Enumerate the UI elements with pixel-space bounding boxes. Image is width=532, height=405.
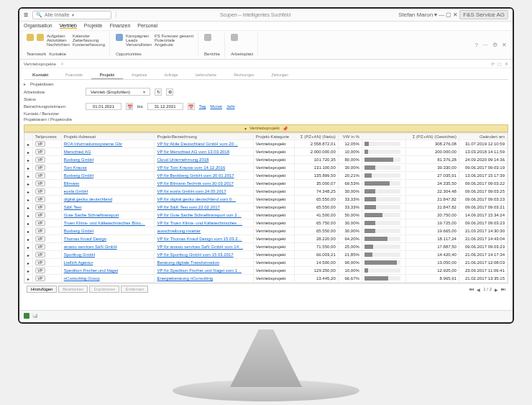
cell-adressat[interactable]: Sportbug GmbH <box>61 251 155 259</box>
menu-organisation[interactable]: Organisation <box>24 23 52 29</box>
close-icon[interactable]: ✕ <box>453 12 458 18</box>
cell-bezeichnung[interactable]: VP für Beckberg GmbH vom 20.01.2017 <box>155 172 253 180</box>
table-row[interactable]: ▸VPBoxberg GmbHausschreibung inverterVer… <box>25 227 508 235</box>
pager-last-icon[interactable]: ⏭ <box>501 287 505 291</box>
gear-icon[interactable]: ⚙ <box>166 88 173 96</box>
date-from[interactable]: 01.01.2021 <box>86 103 121 110</box>
row-expand[interactable]: ▸ <box>25 140 33 148</box>
cell-bezeichnung[interactable]: VP für Merschied AG vom 13.03.2018 <box>155 148 253 156</box>
cell-adressat[interactable]: Liellich Agentur <box>61 259 155 267</box>
cell-adressat[interactable]: anasto services SaN GmbH <box>61 243 155 251</box>
add-button[interactable]: Hinzufügen <box>27 286 57 293</box>
row-expand[interactable]: ▸ <box>25 164 33 172</box>
help-icon[interactable]: ? <box>475 42 478 48</box>
row-expand[interactable]: ▸ <box>25 156 33 164</box>
table-row[interactable]: ▸VPTroen Klima- und Kältetechnisches Bür… <box>25 219 508 227</box>
cell-bezeichnung[interactable]: VP für Gute Sache Schnelltransport von 2… <box>155 211 253 219</box>
search-scope[interactable]: Alle Inhalte <box>45 12 70 17</box>
cell-bezeichnung[interactable]: Energieberatung nConsulting <box>155 275 253 283</box>
col-teilprozess[interactable]: Teilprozess <box>32 134 61 140</box>
cell-bezeichnung[interactable]: VP für Sportbug GmbH vom 15.03.2017 <box>155 251 253 259</box>
ribbon-kostenerfassung[interactable]: Kostenerfassung <box>73 42 105 47</box>
cell-adressat[interactable]: digital gecko deutschland <box>61 196 155 204</box>
cell-bezeichnung[interactable]: VP für Abile Deutschland GmbH vom 20… <box>155 140 253 148</box>
app-menu-icon[interactable]: ☰ <box>24 12 28 18</box>
cell-adressat[interactable]: Thomas Knauf Design <box>61 235 155 243</box>
company-badge[interactable]: F&S Service AG <box>459 10 508 19</box>
table-row[interactable]: ▸VPMerschied AGVP für Merschied AG vom 1… <box>25 148 508 156</box>
minimize-icon[interactable]: — <box>439 12 444 18</box>
table-row[interactable]: ▸VPSportbug GmbHVP für Sportbug GmbH vom… <box>25 251 508 259</box>
table-row[interactable]: ▸VPROA Informationssysteme GbrVP für Abi… <box>25 140 508 148</box>
subtab-angebote[interactable]: Angebote <box>123 71 155 79</box>
col-bezeichnung[interactable]: Projekt-Bezeichnung <box>155 134 253 140</box>
cell-adressat[interactable]: Tom Krause <box>61 164 155 172</box>
row-expand[interactable]: ▸ <box>25 219 33 227</box>
col-vw[interactable]: VW in % <box>338 134 362 140</box>
pin-icon[interactable]: 📌 <box>283 126 288 131</box>
tab-kontakt[interactable]: Kontakt <box>24 71 57 79</box>
subtab-zahlungen[interactable]: Zahlungen <box>262 71 297 79</box>
tab-projekt[interactable]: Projekt <box>91 71 123 79</box>
subtab-lieferscheine[interactable]: Lieferscheine <box>186 71 225 79</box>
cell-bezeichnung[interactable]: VP für Tom Krause vom 14.12.2016 <box>155 164 253 172</box>
row-expand[interactable]: ▸ <box>25 204 33 211</box>
menu-projekte[interactable]: Projekte <box>84 23 103 29</box>
col-netto[interactable]: Σ (PZ+AN) (Netto) <box>295 134 338 140</box>
table-row[interactable]: ▸VPBoxberg GmbHVP für Beckberg GmbH vom … <box>25 172 508 180</box>
maximize-view-icon[interactable]: ▢ <box>497 61 502 66</box>
menu-personal[interactable]: Personal <box>137 23 157 29</box>
berichte-icon[interactable] <box>204 34 211 41</box>
calendar-to-icon[interactable]: 📅 <box>188 103 195 110</box>
row-expand[interactable]: ▸ <box>25 148 33 156</box>
row-expand[interactable]: ▸ <box>25 259 33 267</box>
cell-bezeichnung[interactable]: Cloud Unternehmung 2018 <box>155 156 253 164</box>
date-to[interactable]: 31.12.2021 <box>147 103 183 110</box>
cell-adressat[interactable]: Boxberg GmbH <box>61 172 155 180</box>
row-expand[interactable]: ▸ <box>25 196 33 204</box>
row-expand[interactable]: ▸ <box>25 172 33 180</box>
ribbon-arbeitsplatz-label[interactable]: Arbeitsplatz <box>231 52 253 56</box>
table-row[interactable]: ▸VPdigital gecko deutschlandVP für digit… <box>25 196 508 204</box>
ribbon-versandlisten[interactable]: Versandlisten <box>126 42 152 47</box>
breadcrumb-close-icon[interactable]: ✕ <box>60 61 64 66</box>
table-row[interactable]: ▸VPLiellich AgenturBeratung digitale Tra… <box>25 259 508 267</box>
cell-adressat[interactable]: Spedition Fischer und Nagel <box>61 267 155 275</box>
cell-adressat[interactable]: Merschied AG <box>61 148 155 156</box>
calendar-from-icon[interactable]: 📅 <box>126 103 133 110</box>
menu-vertrieb[interactable]: Vertrieb <box>60 23 77 29</box>
user-name[interactable]: Stefan Maron <box>398 12 433 18</box>
col-bar[interactable] <box>362 134 406 140</box>
reload-filter-icon[interactable]: ↻ <box>155 88 162 96</box>
chevron-down-icon[interactable]: ▾ <box>72 12 74 17</box>
cell-bezeichnung[interactable]: VP für Troen Klima- und Kältetechnisches… <box>155 219 253 227</box>
col-adressat[interactable]: Projekt-Adressat <box>61 134 155 140</box>
ribbon-berichte-label[interactable]: Berichte <box>204 52 220 56</box>
range-monat[interactable]: Monat <box>210 104 222 109</box>
data-grid[interactable]: Teilprozess Projekt-Adressat Projekt-Bez… <box>24 132 508 283</box>
cell-adressat[interactable]: nConsulting Group <box>61 275 155 283</box>
cell-bezeichnung[interactable]: VP für digital gecko deutschland vom 0… <box>155 196 253 204</box>
table-row[interactable]: ▸VPBilmannVP für Bilmann Technik vom 30.… <box>25 180 508 188</box>
row-expand[interactable]: ▸ <box>25 227 33 235</box>
table-row[interactable]: ▸VPSpedition Fischer und NagelVP für Spe… <box>25 267 508 275</box>
breadcrumb[interactable]: Vertriebsprojekte <box>24 62 56 66</box>
cell-adressat[interactable]: ROA Informationssysteme Gbr <box>61 140 155 148</box>
kontakte-icon[interactable] <box>37 34 44 41</box>
ribbon-angebote[interactable]: Angebote <box>155 42 193 47</box>
row-expand[interactable]: ▸ <box>25 267 33 275</box>
col-geaendert[interactable]: Geändert am <box>459 134 507 140</box>
subtab-rechnungen[interactable]: Rechnungen <box>225 71 262 79</box>
col-gewichtet[interactable]: Σ (PZ+AN) (Gewichtet) <box>406 134 459 140</box>
cell-adressat[interactable]: Boxberg GmbH <box>61 156 155 164</box>
ribbon-teamwork-label[interactable]: Teamwork <box>27 52 46 56</box>
cell-bezeichnung[interactable]: VP für anasto services SaN GmbH vom 14… <box>155 243 253 251</box>
col-kategorie[interactable]: Projekt-Kategorie <box>253 134 295 140</box>
range-jahr[interactable]: Jahr <box>226 104 235 109</box>
close-panel-icon[interactable]: ✕ <box>502 42 507 48</box>
ribbon-opportunities-label[interactable]: Opportunities <box>116 52 142 56</box>
cell-bezeichnung[interactable]: VP für Spedition Fischer und Nagel vom 1… <box>155 267 253 275</box>
pager-prev-icon[interactable]: ◀ <box>477 287 480 292</box>
close-view-icon[interactable]: ✕ <box>505 61 508 66</box>
remove-button[interactable]: Entfernen <box>121 286 148 293</box>
